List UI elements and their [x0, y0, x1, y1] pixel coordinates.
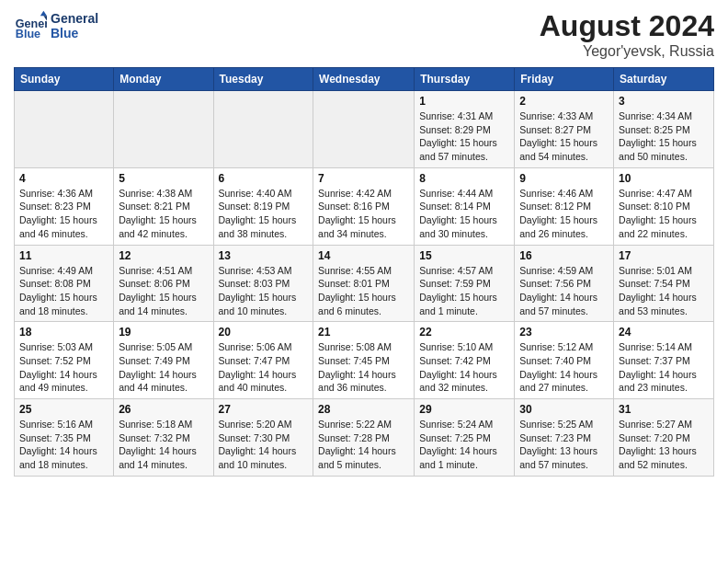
weekday-header-monday: Monday [114, 68, 213, 91]
calendar-cell: 3Sunrise: 4:34 AMSunset: 8:25 PMDaylight… [614, 91, 714, 168]
day-number: 11 [19, 249, 108, 262]
day-info: Sunrise: 5:27 AMSunset: 7:20 PMDaylight:… [619, 418, 709, 472]
day-info: Sunrise: 5:24 AMSunset: 7:25 PMDaylight:… [419, 418, 509, 472]
day-info: Sunrise: 4:59 AMSunset: 7:56 PMDaylight:… [519, 264, 609, 318]
day-number: 27 [219, 403, 309, 416]
calendar-cell: 8Sunrise: 4:44 AMSunset: 8:14 PMDaylight… [415, 167, 515, 245]
day-number: 22 [419, 326, 509, 339]
day-number: 31 [619, 403, 709, 416]
weekday-header-friday: Friday [515, 68, 614, 91]
day-info: Sunrise: 4:33 AMSunset: 8:27 PMDaylight:… [519, 109, 609, 164]
calendar-cell: 14Sunrise: 4:55 AMSunset: 8:01 PMDayligh… [313, 245, 415, 322]
calendar-cell [213, 91, 313, 168]
calendar-cell: 5Sunrise: 4:38 AMSunset: 8:21 PMDaylight… [114, 167, 213, 245]
calendar-cell: 9Sunrise: 4:46 AMSunset: 8:12 PMDaylight… [515, 167, 614, 245]
day-number: 6 [219, 172, 309, 185]
day-info: Sunrise: 5:22 AMSunset: 7:28 PMDaylight:… [318, 418, 409, 472]
calendar-cell: 24Sunrise: 5:14 AMSunset: 7:37 PMDayligh… [614, 322, 714, 399]
day-info: Sunrise: 4:34 AMSunset: 8:25 PMDaylight:… [619, 109, 709, 164]
calendar-cell: 22Sunrise: 5:10 AMSunset: 7:42 PMDayligh… [415, 322, 515, 399]
day-info: Sunrise: 5:14 AMSunset: 7:37 PMDaylight:… [619, 340, 709, 395]
calendar-cell: 6Sunrise: 4:40 AMSunset: 8:19 PMDaylight… [213, 167, 313, 245]
calendar-cell [15, 91, 114, 168]
day-info: Sunrise: 5:20 AMSunset: 7:30 PMDaylight:… [219, 418, 309, 472]
page-header: General Blue General Blue August 2024 Ye… [14, 9, 714, 60]
weekday-header-sunday: Sunday [15, 68, 114, 91]
day-info: Sunrise: 4:36 AMSunset: 8:23 PMDaylight:… [19, 187, 108, 241]
day-number: 20 [219, 326, 309, 339]
weekday-header-row: SundayMondayTuesdayWednesdayThursdayFrid… [15, 68, 714, 91]
calendar-table: SundayMondayTuesdayWednesdayThursdayFrid… [14, 67, 714, 477]
weekday-header-thursday: Thursday [415, 68, 515, 91]
calendar-cell: 31Sunrise: 5:27 AMSunset: 7:20 PMDayligh… [614, 399, 714, 477]
logo: General Blue General Blue [14, 9, 98, 42]
day-number: 16 [519, 249, 609, 262]
day-info: Sunrise: 5:01 AMSunset: 7:54 PMDaylight:… [619, 264, 709, 318]
calendar-cell: 30Sunrise: 5:25 AMSunset: 7:23 PMDayligh… [515, 399, 614, 477]
calendar-cell: 15Sunrise: 4:57 AMSunset: 7:59 PMDayligh… [415, 245, 515, 322]
day-info: Sunrise: 5:12 AMSunset: 7:40 PMDaylight:… [519, 340, 609, 395]
calendar-cell: 23Sunrise: 5:12 AMSunset: 7:40 PMDayligh… [515, 322, 614, 399]
day-number: 10 [619, 172, 709, 185]
calendar-cell: 4Sunrise: 4:36 AMSunset: 8:23 PMDaylight… [15, 167, 114, 245]
logo-icon: General Blue [14, 9, 47, 42]
day-info: Sunrise: 5:03 AMSunset: 7:52 PMDaylight:… [19, 340, 108, 395]
calendar-cell: 1Sunrise: 4:31 AMSunset: 8:29 PMDaylight… [415, 91, 515, 168]
calendar-week-row: 18Sunrise: 5:03 AMSunset: 7:52 PMDayligh… [15, 322, 714, 399]
calendar-week-row: 11Sunrise: 4:49 AMSunset: 8:08 PMDayligh… [15, 245, 714, 322]
day-info: Sunrise: 5:25 AMSunset: 7:23 PMDaylight:… [519, 418, 609, 472]
calendar-cell: 10Sunrise: 4:47 AMSunset: 8:10 PMDayligh… [614, 167, 714, 245]
weekday-header-saturday: Saturday [614, 68, 714, 91]
calendar-week-row: 1Sunrise: 4:31 AMSunset: 8:29 PMDaylight… [15, 91, 714, 168]
day-number: 30 [519, 403, 609, 416]
calendar-subtitle: Yegor'yevsk, Russia [540, 43, 714, 60]
day-info: Sunrise: 4:42 AMSunset: 8:16 PMDaylight:… [318, 187, 409, 241]
calendar-cell [313, 91, 415, 168]
svg-marker-2 [40, 11, 47, 16]
day-number: 24 [619, 326, 709, 339]
day-number: 3 [619, 95, 709, 108]
day-number: 26 [119, 403, 208, 416]
calendar-cell: 26Sunrise: 5:18 AMSunset: 7:32 PMDayligh… [114, 399, 213, 477]
day-info: Sunrise: 4:31 AMSunset: 8:29 PMDaylight:… [419, 109, 509, 164]
calendar-cell: 27Sunrise: 5:20 AMSunset: 7:30 PMDayligh… [213, 399, 313, 477]
day-number: 21 [318, 326, 409, 339]
day-info: Sunrise: 4:40 AMSunset: 8:19 PMDaylight:… [219, 187, 309, 241]
day-info: Sunrise: 4:55 AMSunset: 8:01 PMDaylight:… [318, 264, 409, 318]
calendar-cell: 21Sunrise: 5:08 AMSunset: 7:45 PMDayligh… [313, 322, 415, 399]
calendar-cell: 18Sunrise: 5:03 AMSunset: 7:52 PMDayligh… [15, 322, 114, 399]
day-number: 7 [318, 172, 409, 185]
weekday-header-tuesday: Tuesday [213, 68, 313, 91]
logo-general: General [51, 11, 98, 26]
day-info: Sunrise: 4:38 AMSunset: 8:21 PMDaylight:… [119, 187, 208, 241]
day-number: 15 [419, 249, 509, 262]
calendar-cell: 2Sunrise: 4:33 AMSunset: 8:27 PMDaylight… [515, 91, 614, 168]
day-number: 9 [519, 172, 609, 185]
day-info: Sunrise: 5:18 AMSunset: 7:32 PMDaylight:… [119, 418, 208, 472]
day-info: Sunrise: 4:57 AMSunset: 7:59 PMDaylight:… [419, 264, 509, 318]
day-info: Sunrise: 4:51 AMSunset: 8:06 PMDaylight:… [119, 264, 208, 318]
title-block: August 2024 Yegor'yevsk, Russia [540, 9, 714, 60]
day-number: 29 [419, 403, 509, 416]
calendar-cell: 7Sunrise: 4:42 AMSunset: 8:16 PMDaylight… [313, 167, 415, 245]
day-info: Sunrise: 5:05 AMSunset: 7:49 PMDaylight:… [119, 340, 208, 395]
day-info: Sunrise: 4:47 AMSunset: 8:10 PMDaylight:… [619, 187, 709, 241]
day-info: Sunrise: 4:46 AMSunset: 8:12 PMDaylight:… [519, 187, 609, 241]
day-number: 14 [318, 249, 409, 262]
day-number: 18 [19, 326, 108, 339]
calendar-cell: 17Sunrise: 5:01 AMSunset: 7:54 PMDayligh… [614, 245, 714, 322]
day-number: 25 [19, 403, 108, 416]
day-number: 28 [318, 403, 409, 416]
weekday-header-wednesday: Wednesday [313, 68, 415, 91]
day-number: 2 [519, 95, 609, 108]
day-info: Sunrise: 4:49 AMSunset: 8:08 PMDaylight:… [19, 264, 108, 318]
day-info: Sunrise: 5:10 AMSunset: 7:42 PMDaylight:… [419, 340, 509, 395]
day-info: Sunrise: 4:53 AMSunset: 8:03 PMDaylight:… [219, 264, 309, 318]
calendar-cell: 19Sunrise: 5:05 AMSunset: 7:49 PMDayligh… [114, 322, 213, 399]
calendar-cell: 28Sunrise: 5:22 AMSunset: 7:28 PMDayligh… [313, 399, 415, 477]
day-number: 5 [119, 172, 208, 185]
calendar-cell: 25Sunrise: 5:16 AMSunset: 7:35 PMDayligh… [15, 399, 114, 477]
day-info: Sunrise: 4:44 AMSunset: 8:14 PMDaylight:… [419, 187, 509, 241]
day-number: 17 [619, 249, 709, 262]
day-info: Sunrise: 5:16 AMSunset: 7:35 PMDaylight:… [19, 418, 108, 472]
